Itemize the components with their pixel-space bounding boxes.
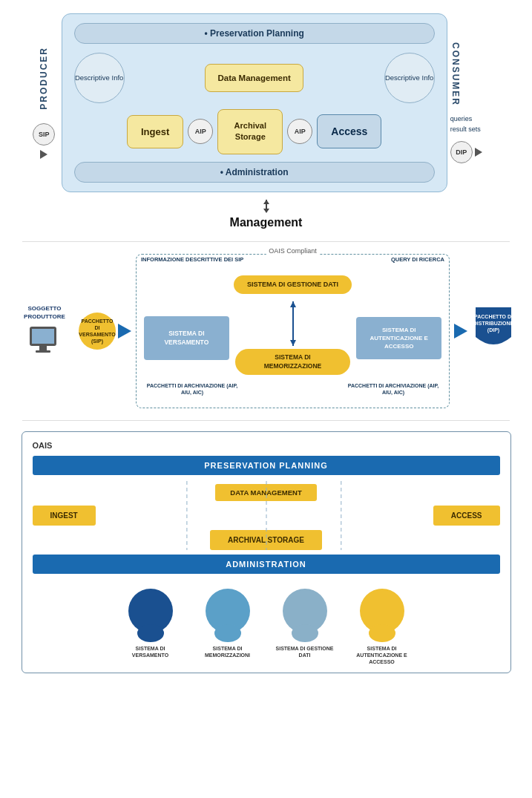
autenticazione-box: SISTEMA DI AUTENTICAZIONE E ACCESSO (356, 317, 441, 360)
gestione-icon-label: SISTEMA DI GESTIONE DATI (275, 645, 335, 658)
s3-access-box: ACCESS (433, 506, 500, 526)
data-management-box: Data Management (205, 64, 303, 92)
gestione-drop-icon (275, 583, 335, 642)
dip-right-arrow (454, 324, 467, 339)
queries-label: queries (450, 114, 481, 124)
ingest-box: Ingest (127, 115, 183, 148)
descriptive-info-left: Descriptive Info (74, 53, 125, 103)
info-descrittive-label: INFORMAZIONE DESCRITTIVE DEI SIP (141, 256, 243, 264)
sip-right-arrow (118, 324, 131, 339)
svg-rect-7 (36, 350, 50, 353)
section3-oais-detailed: OAIS PRESERVATION PLANNING DATA MANAGEME… (0, 425, 532, 681)
pacchetti-arch-right-label: PACCHETTI DI ARCHIVIAZIONE (AIP, AIU, AI… (345, 382, 441, 396)
s3-icon-memorizzazione: SISTEMA DI MEMORIZZAZIONI (198, 583, 257, 665)
svg-marker-9 (290, 301, 296, 307)
monitor-icon (28, 325, 61, 358)
s3-icon-autenticazione: SISTEMA DI AUTENTICAZIONE E ACCESSO (352, 583, 412, 665)
preservation-planning-bar: • Preservation Planning (74, 23, 435, 44)
s3-icon-gestione: SISTEMA DI GESTIONE DATI (275, 583, 335, 665)
aip-right-circle: AIP (287, 119, 312, 144)
aip-left-circle: AIP (188, 119, 213, 144)
s3-icon-versamento: SISTEMA DI VERSAMENTO (121, 583, 180, 665)
administration-bar: • Administration (74, 162, 435, 183)
oais-main-box: • Preservation Planning Descriptive Info… (62, 13, 447, 192)
result-sets-label: result sets (450, 124, 481, 134)
s3-archival-box: ARCHIVAL STORAGE (210, 530, 322, 550)
vertical-arrows-icon (286, 301, 301, 346)
sip-arrow (40, 150, 47, 159)
soggetto-produttore-label: SOGGETTO PRODUTTORE (15, 304, 74, 321)
s3-data-mgmt-box: DATA MANAGEMENT (215, 484, 316, 501)
s3-icons-row: SISTEMA DI VERSAMENTO SISTEMA DI MEMORIZ… (33, 583, 500, 665)
svg-point-15 (137, 624, 164, 642)
management-arrow-icon (259, 200, 274, 215)
producer-label: PRODUCER (39, 47, 49, 110)
access-box: Access (317, 114, 381, 148)
archival-storage-box: Archival Storage (217, 109, 283, 154)
s3-admin-bar: ADMINISTRATION (33, 555, 500, 574)
oais-inner-box: OAIS Compliant INFORMAZIONE DESCRITTIVE … (136, 254, 450, 408)
versamento-box: SISTEMA DI VERSAMENTO (144, 316, 229, 361)
descriptive-info-right: Descriptive Info (384, 53, 435, 103)
gestione-dati-box: SISTEMA DI GESTIONE DATI (234, 275, 352, 295)
memorizzazione-drop-icon (198, 583, 257, 642)
versamento-drop-icon (121, 583, 180, 642)
autenticazione-drop-icon (352, 583, 412, 642)
divider-1 (22, 241, 510, 242)
consumer-label: CONSUMER (450, 42, 461, 106)
sip-circle: SIP (33, 123, 55, 145)
oais-compliant-label: OAIS Compliant (266, 247, 320, 255)
sip-bubble: PACCHETTO DI VERSAMENTO (SIP) (79, 313, 116, 350)
pacchetti-arch-left-label: PACCHETTI DI ARCHIVIAZIONE (AIP, AIU, AI… (144, 382, 240, 396)
svg-point-17 (214, 624, 241, 642)
svg-point-19 (292, 624, 318, 642)
query-ricerca-label: QUERY DI RICERCA (391, 256, 444, 264)
section1-oais-reference: PRODUCER SIP • Preservation Planning Des… (0, 0, 532, 237)
management-label: Management (22, 216, 510, 229)
s3-outer-box: OAIS PRESERVATION PLANNING DATA MANAGEME… (22, 431, 511, 673)
svg-rect-5 (32, 329, 54, 344)
s3-preservation-bar: PRESERVATION PLANNING (33, 456, 500, 475)
svg-marker-10 (290, 340, 296, 346)
svg-point-21 (369, 624, 395, 642)
svg-marker-1 (263, 209, 269, 213)
dip-circle: DIP (450, 141, 473, 163)
memorizzazione-box: SISTEMA DI MEMORIZZAZIONE (235, 349, 351, 374)
divider-2 (22, 420, 510, 421)
autenticazione-icon-label: SISTEMA DI AUTENTICAZIONE E ACCESSO (352, 645, 412, 665)
s3-oais-label: OAIS (33, 441, 500, 450)
svg-rect-6 (39, 346, 47, 350)
section2-italian-oais: SOGGETTO PRODUTTORE PACCHETTO DI VERSAME… (0, 246, 532, 416)
versamento-icon-label: SISTEMA DI VERSAMENTO (121, 645, 180, 658)
memorizzazione-icon-label: SISTEMA DI MEMORIZZAZIONI (198, 645, 257, 658)
s3-ingest-box: INGEST (33, 506, 96, 526)
pacchetto-dip-label: PACCHETTO DI DISTRIBUZIONE (DIP) (470, 313, 517, 333)
svg-marker-3 (263, 200, 269, 204)
